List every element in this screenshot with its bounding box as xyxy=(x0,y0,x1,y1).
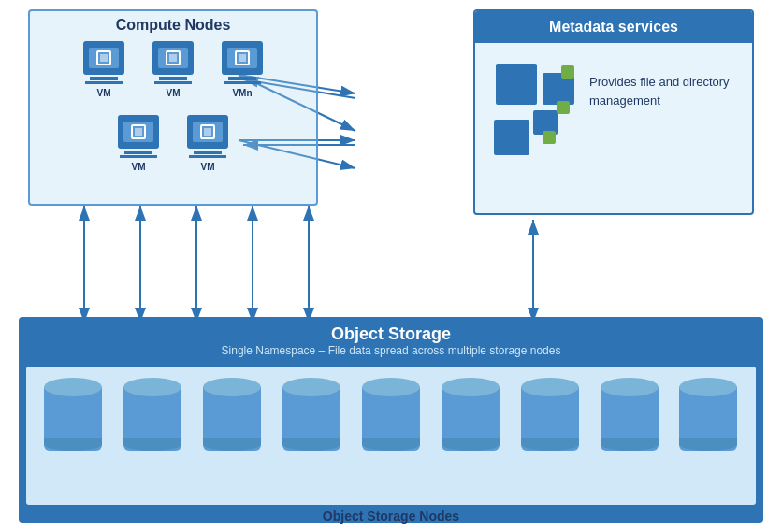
vm-box-icon-2 xyxy=(166,50,181,65)
vm-box-icon-n xyxy=(235,50,250,65)
metadata-content: Provides file and directory management xyxy=(475,43,752,187)
storage-node-4 xyxy=(282,378,340,453)
cylinder-3 xyxy=(203,378,261,453)
cylinder-6 xyxy=(442,378,500,453)
cylinder-top-6 xyxy=(442,378,500,396)
sq-4 xyxy=(494,120,529,155)
vm-icon-3 xyxy=(118,115,159,149)
metadata-services-box: Metadata services Provides file and dire… xyxy=(473,9,754,215)
cylinder-top-5 xyxy=(362,378,420,396)
compute-nodes-box: Compute Nodes VM xyxy=(28,9,318,206)
cylinder-top-9 xyxy=(679,378,737,396)
cylinder-bottom-2 xyxy=(123,438,181,451)
vm-icon-1 xyxy=(83,41,124,75)
cylinder-bottom-7 xyxy=(521,438,579,451)
vm-icon-2 xyxy=(152,41,194,75)
cylinder-bottom-1 xyxy=(44,438,102,451)
storage-node-2 xyxy=(123,378,181,453)
sq-1 xyxy=(496,64,537,105)
sq-green-2 xyxy=(557,101,570,114)
cylinder-top-8 xyxy=(601,378,659,396)
object-storage-subtitle: Single Namespace – File data spread acro… xyxy=(19,344,763,357)
vm-grid: VM VM VMn xyxy=(30,37,316,176)
vm-screen-1 xyxy=(89,48,119,68)
cylinder-top-3 xyxy=(203,378,261,396)
cylinder-body-6 xyxy=(442,387,500,451)
storage-node-8 xyxy=(601,378,659,453)
cylinder-body-8 xyxy=(601,387,659,451)
vm-screen-n xyxy=(227,48,257,68)
cylinder-top-2 xyxy=(123,378,181,396)
compute-nodes-title: Compute Nodes xyxy=(30,11,316,37)
vm-box-icon-3 xyxy=(131,124,146,139)
sq-green-3 xyxy=(543,131,556,144)
vm-item-4: VM xyxy=(187,115,228,172)
cylinder-body-5 xyxy=(362,387,420,451)
cylinder-body-2 xyxy=(123,387,181,451)
cylinder-top-1 xyxy=(44,378,102,396)
storage-node-1 xyxy=(44,378,102,453)
cylinder-2 xyxy=(123,378,181,453)
cylinder-bottom-4 xyxy=(282,438,340,451)
cylinder-bottom-8 xyxy=(601,438,659,451)
cylinder-body-7 xyxy=(521,387,579,451)
cylinder-bottom-6 xyxy=(442,438,500,451)
cylinder-body-4 xyxy=(282,387,340,451)
metadata-squares-visual xyxy=(486,54,580,176)
vm-box-icon-4 xyxy=(200,124,215,139)
vm-item-1: VM xyxy=(83,41,124,98)
vm-screen-4 xyxy=(193,122,223,142)
cylinder-bottom-5 xyxy=(362,438,420,451)
vm-screen-2 xyxy=(158,48,188,68)
storage-node-5 xyxy=(362,378,420,453)
vm-label-n: VMn xyxy=(232,88,252,98)
storage-node-9 xyxy=(679,378,737,453)
cylinder-8 xyxy=(601,378,659,453)
cylinder-body-9 xyxy=(679,387,737,451)
object-storage-title: Object Storage xyxy=(19,324,763,344)
metadata-description: Provides file and directory management xyxy=(589,54,741,109)
cylinder-top-7 xyxy=(521,378,579,396)
cylinder-7 xyxy=(521,378,579,453)
vm-label-4: VM xyxy=(201,162,215,172)
vm-row-bottom: VM VM xyxy=(118,115,228,172)
cylinder-bottom-3 xyxy=(203,438,261,451)
vm-item-2: VM xyxy=(152,41,194,98)
vm-label-3: VM xyxy=(132,162,146,172)
cylinder-4 xyxy=(282,378,340,453)
storage-nodes-label: Object Storage Nodes xyxy=(19,505,763,527)
vm-item-n: VMn xyxy=(222,41,263,98)
cylinder-body-3 xyxy=(203,387,261,451)
vm-box-icon-1 xyxy=(96,50,111,65)
storage-nodes-container xyxy=(26,367,756,505)
cylinder-5 xyxy=(362,378,420,453)
vm-label-1: VM xyxy=(97,88,111,98)
object-storage-section: Object Storage Single Namespace – File d… xyxy=(19,317,763,523)
vm-item-3: VM xyxy=(118,115,159,172)
object-storage-header: Object Storage Single Namespace – File d… xyxy=(19,317,763,359)
cylinder-top-4 xyxy=(282,378,340,396)
cylinder-bottom-9 xyxy=(679,438,737,451)
cylinder-9 xyxy=(679,378,737,453)
storage-node-3 xyxy=(203,378,261,453)
cylinder-1 xyxy=(44,378,102,453)
vm-screen-3 xyxy=(123,122,153,142)
storage-node-7 xyxy=(521,378,579,453)
diagram-container: Compute Nodes VM xyxy=(0,0,782,532)
vm-icon-n xyxy=(222,41,263,75)
vm-label-2: VM xyxy=(167,88,181,98)
metadata-services-title: Metadata services xyxy=(475,11,752,43)
sq-green-1 xyxy=(561,65,574,79)
vm-row-top: VM VM VMn xyxy=(83,41,263,98)
vm-icon-4 xyxy=(187,115,228,149)
storage-node-6 xyxy=(442,378,500,453)
cylinder-body-1 xyxy=(44,387,102,451)
